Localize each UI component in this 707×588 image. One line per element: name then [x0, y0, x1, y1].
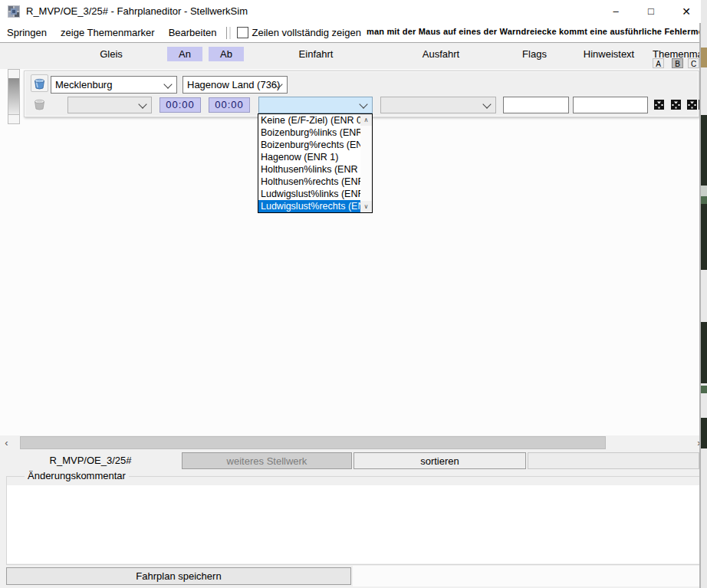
hinweistext-input[interactable] [573, 97, 648, 113]
column-header-an[interactable]: An [167, 47, 202, 61]
chevron-down-icon [359, 100, 367, 108]
dropdown-option[interactable]: Holthusen%rechts (ENR 4) [258, 176, 360, 188]
dropdown-option[interactable]: Hagenow (ENR 1) [258, 151, 360, 163]
chevron-down-icon [482, 100, 491, 108]
vscroll-track [8, 78, 20, 115]
toolbar-grip [226, 27, 229, 39]
vscroll-bottom-cap[interactable] [8, 114, 20, 124]
region-select[interactable]: Mecklenburg [51, 76, 177, 94]
column-header-ausfahrt: Ausfahrt [403, 48, 479, 61]
themenmarker-a-button[interactable]: A [653, 58, 664, 68]
comment-group-label: Änderungskommentar [25, 470, 129, 481]
bottom-right-panel [353, 566, 699, 586]
delete-row-button-disabled [31, 95, 48, 113]
column-header-gleis: Gleis [75, 48, 147, 61]
save-timetable-button[interactable]: Fahrplan speichern [6, 567, 351, 585]
background-window-edge [701, 0, 707, 588]
tab-weiteres-stellwerk: weiteres Stellwerk [182, 452, 352, 469]
row-vertical-scrollbar[interactable] [8, 69, 20, 124]
horizontal-scrollbar: ‹ › [0, 435, 705, 450]
ausfahrt-select[interactable] [380, 97, 496, 113]
warning-hint-text: man mit der Maus auf eines der Warndreie… [367, 27, 701, 39]
einfahrt-dropdown-list: Keine (E/F-Ziel) (ENR 0) Boizenburg%link… [258, 113, 373, 213]
chevron-down-icon [163, 80, 172, 88]
comment-textarea[interactable] [7, 485, 700, 563]
tab-sortieren[interactable]: sortieren [354, 452, 526, 469]
dropdown-option-selected[interactable]: Ludwigslust%rechts (ENR 1 [258, 200, 360, 212]
app-window: R_MVP/OE_3/25# - Fahrplaneditor - Stellw… [0, 0, 707, 588]
trash-bucket-icon [34, 98, 45, 110]
minimize-button[interactable]: – [598, 0, 633, 23]
window-title: R_MVP/OE_3/25# - Fahrplaneditor - Stellw… [26, 0, 248, 23]
dropdown-option[interactable]: Boizenburg%rechts (ENR 3) [258, 139, 360, 151]
horizontal-scrollbar-thumb[interactable] [20, 436, 606, 449]
column-header-hinweistext: Hinweistext [569, 48, 649, 61]
scroll-left-icon[interactable]: ‹ [0, 435, 13, 450]
column-header-flags: Flags [502, 48, 567, 61]
menu-item-bearbeiten[interactable]: Bearbeiten [162, 23, 224, 42]
app-icon [8, 5, 20, 18]
panel-top-border [0, 42, 701, 43]
tab-current-stellwerk[interactable]: R_MVP/OE_3/25# [0, 452, 181, 469]
zeilen-vollstaendig-label: Zeilen vollständig zeigen [252, 27, 361, 38]
an-time-input[interactable]: 00:00 [159, 97, 201, 113]
station-select[interactable]: Hagenow Land (736) [183, 76, 288, 94]
trash-bucket-icon [34, 77, 45, 90]
ab-time-input[interactable]: 00:00 [209, 97, 250, 113]
dropdown-scroll-track [360, 126, 372, 201]
row-marker-icon[interactable] [654, 100, 664, 110]
menu-item-springen[interactable]: Springen [0, 23, 54, 42]
title-bar: R_MVP/OE_3/25# - Fahrplaneditor - Stellw… [0, 0, 704, 23]
dropdown-option[interactable]: Keine (E/F-Ziel) (ENR 0) [258, 114, 360, 126]
delete-station-button[interactable] [31, 74, 48, 92]
scroll-down-icon[interactable]: ∨ [360, 201, 372, 212]
row-marker-icon[interactable] [687, 100, 697, 110]
dropdown-option[interactable]: Holthusen%links (ENR 5) [258, 163, 360, 176]
menu-bar: Springen zeige Themenmarker Bearbeiten Z… [0, 23, 701, 42]
column-header-einfahrt: Einfahrt [278, 48, 354, 61]
gleis-select[interactable] [67, 97, 152, 113]
dropdown-scrollbar[interactable]: ∧ ∨ [360, 114, 372, 212]
einfahrt-combobox[interactable] [258, 97, 373, 113]
themenmarker-b-button[interactable]: B [672, 58, 683, 68]
close-button[interactable]: ✕ [669, 0, 704, 23]
column-header-ab[interactable]: Ab [209, 47, 244, 61]
tab-strip-filler [528, 452, 699, 469]
row-marker-icon[interactable] [671, 100, 681, 110]
chevron-down-icon [138, 100, 146, 108]
flags-input[interactable] [503, 97, 569, 113]
menu-item-zeige-themenmarker[interactable]: zeige Themenmarker [54, 23, 162, 42]
zeilen-vollstaendig-checkbox[interactable] [237, 27, 248, 38]
scroll-up-icon[interactable]: ∧ [360, 114, 372, 126]
region-select-value: Mecklenburg [55, 79, 112, 90]
maximize-button[interactable]: □ [633, 0, 669, 23]
station-select-value: Hagenow Land (736) [187, 79, 280, 90]
themenmarker-c-button[interactable]: C [688, 58, 699, 68]
dropdown-option[interactable]: Ludwigslust%links (ENR 11) [258, 188, 360, 200]
dropdown-option[interactable]: Boizenburg%links (ENR 2) [258, 126, 360, 139]
